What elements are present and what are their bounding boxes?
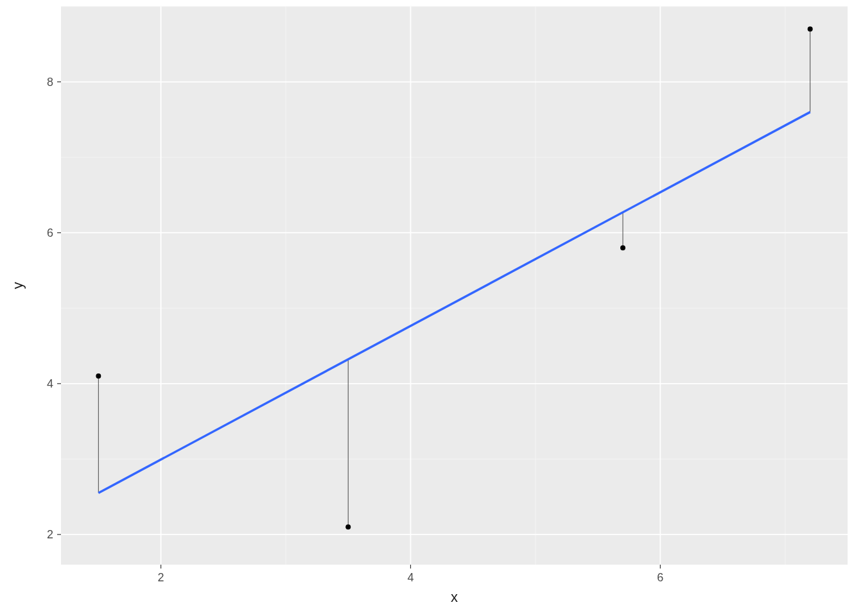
- chart-container: 2462468xy: [0, 0, 863, 616]
- y-tick-label: 2: [47, 528, 53, 541]
- data-point: [96, 373, 101, 379]
- y-axis-title: y: [10, 282, 26, 289]
- x-tick-label: 2: [158, 571, 164, 584]
- x-tick-label: 6: [657, 571, 663, 584]
- x-axis-title: x: [451, 589, 458, 605]
- data-point: [808, 26, 813, 31]
- y-tick-label: 6: [47, 227, 53, 239]
- y-tick-label: 8: [47, 76, 53, 89]
- chart-svg: 2462468xy: [0, 0, 863, 616]
- y-tick-label: 4: [47, 377, 53, 390]
- data-point: [620, 245, 625, 250]
- plot-panel: [61, 6, 848, 565]
- data-point: [345, 524, 351, 529]
- x-tick-label: 4: [407, 571, 414, 584]
